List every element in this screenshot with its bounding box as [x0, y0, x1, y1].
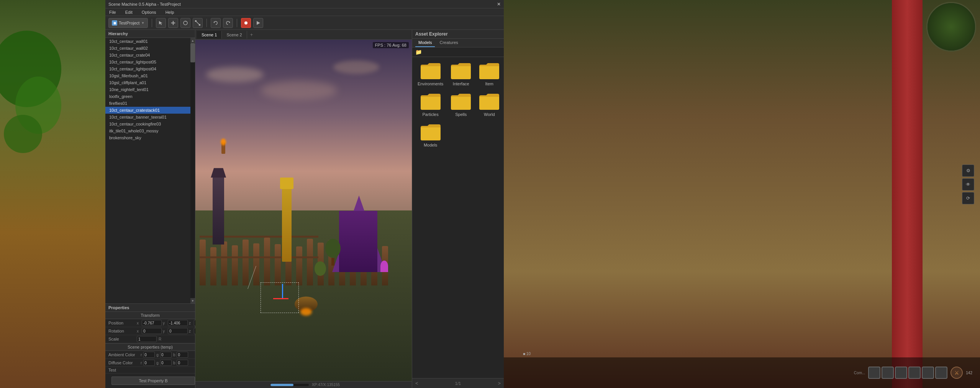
folder-interface-label: Interface: [453, 82, 469, 86]
test-row: Test: [105, 367, 195, 373]
svg-marker-5: [174, 22, 175, 23]
menu-help[interactable]: Help: [164, 9, 176, 15]
svg-marker-2: [173, 21, 174, 22]
hierarchy-item-11[interactable]: 10ct_centaur_banner_teerai01: [105, 114, 190, 121]
rot-y-input[interactable]: [168, 328, 188, 334]
scroll-up-button[interactable]: ▲: [190, 38, 195, 43]
rot-x-input[interactable]: [142, 328, 162, 334]
scale-tool-button[interactable]: [193, 18, 203, 28]
toolbar: ◼ TestProject ▼: [105, 16, 504, 30]
scene-tab-1[interactable]: Scene 1: [197, 31, 222, 39]
game-bg-right: ⚙ 👁 ⟳ Com... ⚔ 142 ■ 10: [504, 0, 980, 388]
scale-reset-button[interactable]: R: [159, 337, 161, 341]
hierarchy-item-6[interactable]: 10gsl_cliffplant_a01: [105, 79, 190, 86]
hierarchy-list: 10ct_centaur_wall01 10ct_centaur_wall02 …: [105, 38, 190, 303]
character-portrait: ⚔: [951, 367, 963, 379]
folder-particles[interactable]: Particles: [416, 91, 445, 118]
scale-field: R: [137, 336, 192, 342]
ambient-color-label: Ambient Color: [108, 352, 139, 357]
scene-tab-add-button[interactable]: +: [247, 30, 256, 39]
folder-spells[interactable]: Spells: [449, 91, 473, 118]
dif-r-input[interactable]: [143, 360, 155, 366]
folder-interface[interactable]: Interface: [449, 61, 473, 88]
folder-models[interactable]: Models: [416, 122, 445, 149]
scroll-down-button[interactable]: ▼: [190, 298, 195, 303]
scale-label: Scale: [108, 337, 135, 341]
hierarchy-item-0[interactable]: 10ct_centaur_wall01: [105, 38, 190, 45]
pos-x-input[interactable]: [142, 320, 162, 326]
test-property-b-button[interactable]: Test Property B: [111, 377, 195, 385]
amb-r-input[interactable]: [143, 352, 155, 358]
hierarchy-item-3[interactable]: 10ct_centaur_lightpost05: [105, 59, 190, 65]
menu-edit[interactable]: Edit: [124, 9, 134, 15]
folder-world-label: World: [484, 112, 495, 117]
folder-item[interactable]: Item: [477, 61, 501, 88]
svg-rect-9: [195, 20, 197, 22]
amb-g-label: g: [156, 353, 159, 357]
scene-tab-2[interactable]: Scene 2: [222, 31, 247, 39]
dif-b-input[interactable]: [177, 360, 188, 366]
breadcrumb-icon: 📁: [415, 49, 422, 55]
folder-environments-label: Environments: [418, 82, 443, 86]
transform-header: Transform: [105, 312, 195, 319]
hierarchy-item-4[interactable]: 10ct_centaur_lightpost04: [105, 65, 190, 72]
toolbar-separator-3: [237, 19, 237, 27]
menu-file[interactable]: File: [108, 9, 118, 15]
rotate-tool-button[interactable]: [180, 18, 190, 28]
dif-g-input[interactable]: [160, 360, 172, 366]
scale-row: Scale R: [105, 335, 195, 343]
asset-prev-button[interactable]: <: [415, 380, 418, 386]
scene-progress-fill: [270, 384, 293, 386]
amb-b-input[interactable]: [177, 352, 188, 358]
pos-y-input[interactable]: [168, 320, 188, 326]
play-button[interactable]: [253, 18, 263, 28]
scroll-thumb[interactable]: [190, 43, 195, 62]
record-button[interactable]: [241, 18, 251, 28]
ambient-color-field: r g b: [141, 352, 188, 358]
pos-z-label: z: [189, 321, 193, 325]
ability-icon-4: [908, 367, 921, 379]
project-dropdown[interactable]: ◼ TestProject ▼: [108, 18, 148, 28]
test-label: Test: [108, 368, 139, 372]
move-tool-button[interactable]: [168, 18, 178, 28]
window-title: Scene Machine 0.5 Alpha - TestProject: [108, 2, 181, 7]
toolbar-separator-1: [152, 19, 152, 27]
close-button[interactable]: ✕: [497, 2, 501, 7]
asset-tab-models[interactable]: Models: [415, 39, 435, 47]
hierarchy-scrollbar[interactable]: ▲ ▼: [190, 38, 195, 303]
amb-b-label: b: [173, 353, 175, 357]
folder-world[interactable]: World: [477, 91, 501, 118]
hierarchy-item-12[interactable]: 10ct_centaur_cookingfire03: [105, 121, 190, 127]
rotation-label: Rotation: [108, 329, 135, 333]
hierarchy-item-7[interactable]: 10ne_nightelf_tent01: [105, 86, 190, 93]
asset-next-button[interactable]: >: [498, 380, 501, 386]
folder-world-icon: [479, 93, 500, 111]
hierarchy-item-5[interactable]: 10gsl_fillerbush_a01: [105, 72, 190, 79]
ambient-color-row: Ambient Color r g b: [105, 351, 195, 359]
scroll-track[interactable]: [190, 43, 195, 298]
folder-item-label: Item: [485, 82, 493, 86]
scale-x-input[interactable]: [137, 336, 157, 342]
amb-g-input[interactable]: [160, 352, 172, 358]
hierarchy-item-14[interactable]: brokenshore_sky: [105, 134, 190, 141]
scene-viewport[interactable]: FPS : 76 Avg: 68: [195, 40, 412, 381]
redo-button[interactable]: [223, 18, 233, 28]
folder-environments[interactable]: Environments: [416, 61, 445, 88]
properties-header: Properties: [105, 304, 195, 312]
dif-g-label: g: [156, 361, 159, 365]
asset-tab-creatures[interactable]: Creatures: [436, 39, 461, 47]
hierarchy-item-8[interactable]: lootfx_green: [105, 93, 190, 100]
undo-button[interactable]: [211, 18, 221, 28]
asset-tabs: Models Creatures: [412, 39, 504, 47]
hierarchy-item-10[interactable]: 10ct_centaur_cratestack01: [105, 107, 190, 114]
hierarchy-item-2[interactable]: 10ct_centaur_crate04: [105, 52, 190, 59]
title-bar: Scene Machine 0.5 Alpha - TestProject ✕: [105, 0, 504, 8]
select-tool-button[interactable]: [156, 18, 166, 28]
menu-options[interactable]: Options: [140, 9, 158, 15]
hierarchy-item-13[interactable]: itk_tile01_whole03_mossy: [105, 127, 190, 134]
hierarchy-item-1[interactable]: 10ct_centaur_wall02: [105, 45, 190, 52]
toolbar-separator-2: [206, 19, 207, 27]
level-indicator: 142: [966, 371, 972, 375]
hierarchy-item-9[interactable]: fireflies01: [105, 100, 190, 107]
diffuse-color-row: Diffuse Color r g b: [105, 359, 195, 367]
